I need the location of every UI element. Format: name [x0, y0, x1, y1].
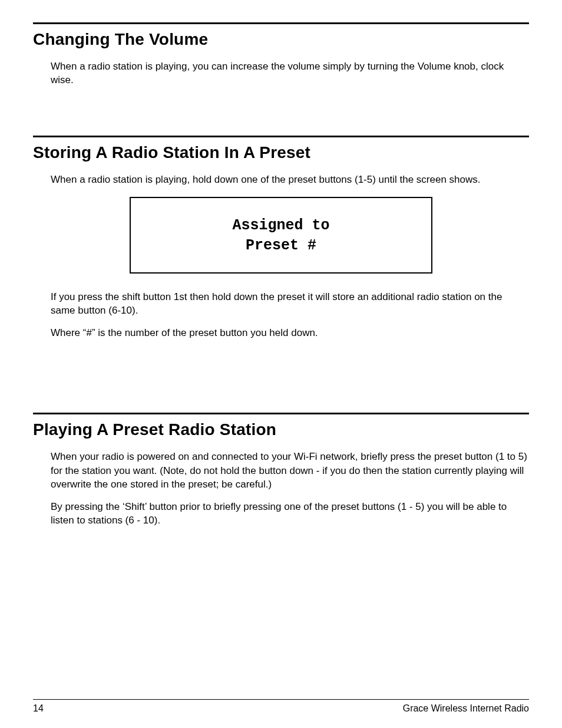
display-line: Assigned to — [137, 216, 425, 236]
heading-playing-preset: Playing A Preset Radio Station — [33, 420, 529, 439]
paragraph: When your radio is powered on and connec… — [33, 450, 529, 491]
section-rule — [33, 136, 529, 137]
page-number: 14 — [33, 703, 44, 714]
paragraph: Where “#” is the number of the preset bu… — [33, 326, 529, 340]
section-rule — [33, 22, 529, 24]
paragraph: When a radio station is playing, hold do… — [33, 173, 529, 186]
paragraph: By pressing the ‘Shift’ button prior to … — [33, 500, 529, 528]
paragraph: When a radio station is playing, you can… — [33, 60, 529, 87]
page-footer: 14 Grace Wireless Internet Radio — [33, 699, 529, 714]
heading-changing-volume: Changing The Volume — [33, 30, 529, 49]
document-title: Grace Wireless Internet Radio — [403, 703, 529, 714]
heading-storing-preset: Storing A Radio Station In A Preset — [33, 143, 529, 162]
section-rule — [33, 413, 529, 414]
paragraph: If you press the shift button 1st then h… — [33, 290, 529, 318]
lcd-display-box: Assigned to Preset # — [130, 197, 432, 274]
display-line: Preset # — [137, 236, 425, 256]
